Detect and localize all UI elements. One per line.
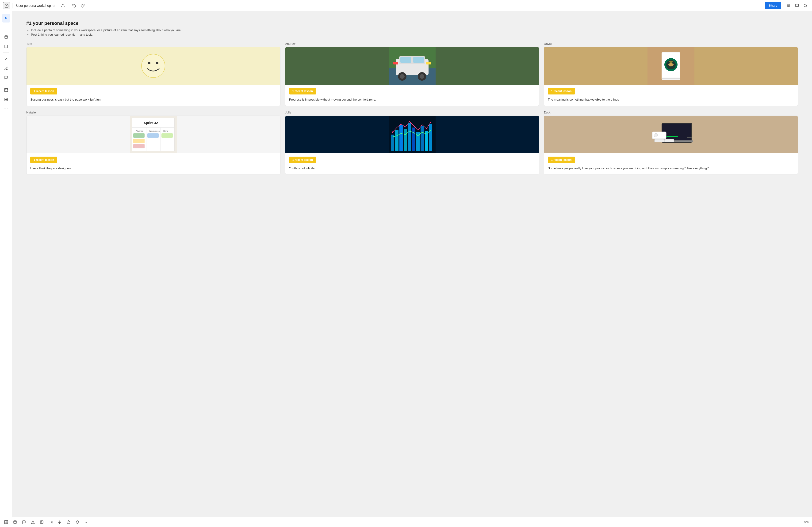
card-text-andrew: Progress is impossible without moving be… — [289, 97, 535, 102]
card-wrapper-andrew: Andrew — [285, 42, 539, 106]
rect-tool[interactable] — [2, 42, 10, 51]
note-tool[interactable] — [2, 33, 10, 41]
cursor-tool[interactable] — [2, 14, 10, 22]
timer-icon[interactable] — [74, 519, 81, 525]
svg-rect-11 — [5, 36, 8, 39]
frame-tool[interactable] — [2, 86, 10, 94]
svg-rect-81 — [666, 136, 678, 137]
svg-line-10 — [806, 6, 807, 7]
comment-icon-bottom[interactable] — [21, 519, 27, 525]
card-image-zack — [544, 116, 798, 153]
lesson-button-julie[interactable]: 1 recent lesson — [289, 156, 316, 163]
card-body-andrew: 1 recent lesson Progress is impossible w… — [285, 85, 539, 106]
svg-rect-89 — [14, 521, 16, 524]
document-title-area[interactable]: User persona workshop ☆ — [14, 3, 57, 9]
svg-text:Planned: Planned — [136, 130, 143, 132]
line-tool[interactable] — [2, 55, 10, 63]
svg-rect-64 — [404, 129, 407, 151]
bottom-bar: « 72% — [0, 517, 812, 527]
svg-rect-83 — [654, 139, 664, 142]
lesson-button-david[interactable]: 1 recent lesson — [548, 88, 575, 94]
svg-rect-21 — [6, 98, 7, 99]
lesson-button-andrew[interactable]: 1 recent lesson — [289, 88, 316, 94]
svg-rect-63 — [400, 125, 403, 151]
search-button[interactable] — [802, 2, 809, 10]
home-button[interactable] — [3, 2, 10, 10]
lesson-button-tom[interactable]: 1 recent lesson — [30, 88, 57, 94]
svg-rect-66 — [412, 127, 416, 151]
svg-text:In progress: In progress — [149, 130, 160, 132]
component-tool[interactable] — [2, 95, 10, 104]
svg-point-82 — [654, 133, 657, 137]
thumb-up-icon[interactable] — [65, 519, 72, 525]
svg-rect-56 — [133, 139, 145, 143]
svg-point-5 — [787, 5, 788, 6]
lightning-icon[interactable] — [56, 519, 63, 525]
card-body-zack: 1 recent lesson Sometimes people really … — [544, 153, 798, 175]
shape-icon[interactable] — [30, 519, 36, 525]
svg-rect-57 — [133, 144, 145, 148]
person-label-david: David — [544, 42, 798, 45]
card-image-tom — [27, 47, 280, 85]
more-tools[interactable]: ··· — [2, 105, 10, 113]
svg-rect-91 — [40, 521, 43, 524]
svg-rect-61 — [391, 135, 394, 151]
canvas-area[interactable]: #1 your personal space Include a photo o… — [12, 11, 812, 517]
comment-tool[interactable] — [2, 73, 10, 82]
svg-point-71 — [392, 132, 393, 133]
link-icon[interactable] — [39, 519, 45, 525]
person-label-tom: Tom — [26, 42, 280, 45]
card-andrew: 1 recent lesson Progress is impossible w… — [285, 47, 539, 106]
section-title: #1 your personal space — [26, 21, 798, 26]
card-body-tom: 1 recent lesson Starting business is eas… — [27, 85, 280, 106]
person-label-andrew: Andrew — [285, 42, 539, 45]
top-navigation: User persona workshop ☆ Share — [0, 0, 812, 11]
svg-rect-39 — [393, 62, 398, 64]
share-button[interactable]: Share — [765, 2, 781, 9]
upload-button[interactable] — [59, 2, 67, 10]
collapse-icon[interactable]: « — [83, 519, 90, 525]
card-image-natalie: Sprint 42 Planned In progress Done — [27, 116, 280, 153]
bullet-item-1: Include a photo of something in your wor… — [31, 28, 798, 32]
present-button[interactable] — [793, 2, 801, 10]
svg-rect-86 — [6, 521, 8, 522]
svg-rect-23 — [6, 100, 7, 101]
svg-point-26 — [148, 62, 150, 64]
svg-text:Done: Done — [163, 130, 169, 132]
frames-icon[interactable] — [3, 519, 10, 525]
lesson-button-natalie[interactable]: 1 recent lesson — [30, 156, 57, 163]
card-julie: 1 recent lesson Youth is not infinite — [285, 116, 539, 175]
lesson-button-zack[interactable]: 1 recent lesson — [548, 156, 575, 163]
svg-rect-85 — [4, 521, 6, 522]
card-david: 1 recent lesson The meaning is something… — [544, 47, 798, 106]
card-text-david: The meaning is something that we give to… — [548, 97, 794, 102]
card-zack: 1 recent lesson Sometimes people really … — [544, 116, 798, 175]
svg-rect-62 — [395, 130, 398, 151]
card-tom: 1 recent lesson Starting business is eas… — [26, 47, 280, 106]
pencil-tool[interactable] — [2, 64, 10, 73]
video-icon[interactable] — [47, 519, 54, 525]
toolbar-separator — [3, 52, 10, 53]
undo-button[interactable] — [70, 2, 78, 10]
svg-rect-65 — [408, 123, 411, 151]
card-image-julie — [285, 116, 539, 153]
card-wrapper-julie: Julie — [285, 111, 539, 175]
card-body-natalie: 1 recent lesson Users think they are des… — [27, 153, 280, 175]
svg-point-25 — [142, 54, 165, 78]
redo-button[interactable] — [79, 2, 86, 10]
card-image-david — [544, 47, 798, 85]
svg-rect-55 — [133, 133, 145, 138]
svg-point-9 — [804, 4, 807, 7]
card-wrapper-tom: Tom 1 recent lesson Starting busi — [26, 42, 280, 106]
sticky-note-icon[interactable] — [12, 519, 18, 525]
customize-icon-button[interactable] — [785, 2, 792, 10]
svg-point-73 — [430, 122, 431, 123]
card-image-andrew — [285, 47, 539, 85]
person-label-zack: Zack — [544, 111, 798, 114]
svg-line-14 — [5, 58, 7, 60]
svg-rect-45 — [662, 78, 680, 79]
left-toolbar: T — [0, 11, 12, 517]
card-text-zack: Sometimes people really love your produc… — [548, 166, 794, 171]
text-tool[interactable]: T — [2, 24, 10, 32]
svg-rect-68 — [421, 126, 424, 151]
